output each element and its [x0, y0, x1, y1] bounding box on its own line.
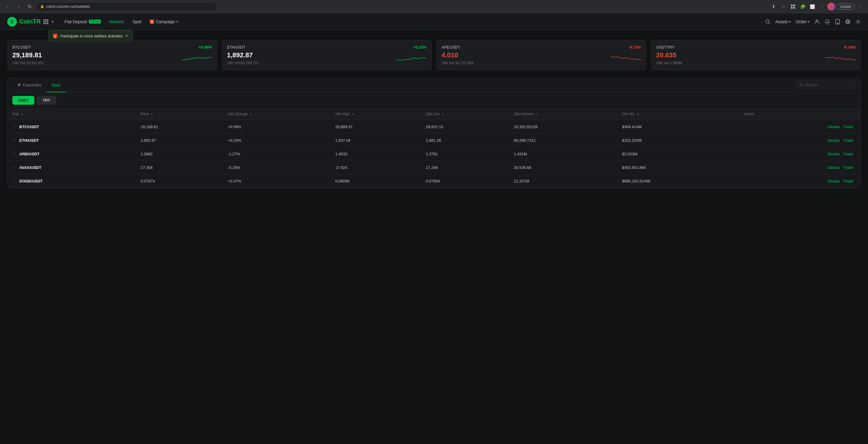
extension-icon-2[interactable]: 🧩 [798, 2, 807, 11]
logo-area: C CoinTR ▾ [7, 17, 54, 27]
main-content: BTCUSDT +0.58% 29,189.81 24H Vol 10,352.… [0, 30, 868, 193]
favorite-star-3[interactable]: ☆ [12, 165, 16, 170]
update-button[interactable]: Update [836, 4, 855, 10]
high-sort-icon[interactable] [352, 113, 354, 115]
bookmark-icon[interactable]: ☆ [779, 2, 787, 11]
tab-favorites[interactable]: ★ Favorites [12, 78, 46, 92]
language-icon-btn[interactable] [845, 19, 850, 24]
back-button[interactable]: ← [4, 2, 12, 11]
profile-avatar[interactable] [827, 3, 835, 10]
svg-rect-6 [47, 19, 48, 21]
trade-btn-1[interactable]: Trade [843, 138, 853, 143]
td-amount-2: 1.431M [509, 147, 617, 161]
trade-btn-4[interactable]: Trade [843, 179, 853, 183]
share-icon[interactable]: ⬆ [770, 2, 778, 11]
td-change-3: -0.26% [223, 161, 330, 174]
extension-icon-3[interactable]: ⬜ [808, 2, 816, 11]
market-card-eth[interactable]: ETHUSDT +0.23% 1,892.87 24H Vol 80,268.7… [222, 40, 432, 70]
market-cards-grid: BTCUSDT +0.58% 29,189.81 24H Vol 10,352.… [7, 40, 861, 70]
vol-sort-icon[interactable] [637, 113, 639, 115]
amount-sort-icon[interactable] [535, 113, 537, 115]
th-vol: 24h Vol. [617, 108, 739, 120]
pair-sort-icon[interactable] [21, 113, 23, 115]
td-change-0: +0.58% [223, 120, 330, 134]
svg-point-13 [766, 20, 769, 23]
details-btn-2[interactable]: Details [828, 152, 840, 156]
eth-sparkline [396, 52, 427, 64]
table-row: ☆ ARB/USDT 1.3882 -1.27% 1.4533 1.3791 1… [7, 147, 861, 161]
pair-name-0: BTC/USDT [19, 125, 39, 129]
card-pair-ape: APEUSDT [441, 45, 460, 50]
details-btn-1[interactable]: Details [828, 138, 840, 143]
td-amount-3: 20,536.68 [509, 161, 617, 174]
favorite-star-0[interactable]: ☆ [12, 124, 16, 129]
table-row: ☆ ETH/USDT 1,892.87 +0.23% 1,937.04 1,88… [7, 134, 861, 147]
lock-icon: 🔒 [40, 4, 44, 8]
bell-icon-btn[interactable] [825, 19, 830, 24]
menu-icon[interactable]: ⋮ [818, 2, 826, 11]
table-row: ☆ DOGE/USDT 0.07974 +0.37% 0.08099 0.079… [7, 174, 861, 188]
svg-rect-8 [45, 21, 46, 22]
gift-icon: 🎁 [53, 33, 58, 38]
user-icon-btn[interactable] [814, 19, 820, 24]
search-input[interactable] [805, 83, 852, 87]
details-btn-3[interactable]: Details [828, 165, 840, 170]
ape-sparkline [611, 52, 641, 64]
apps-grid-icon[interactable] [43, 19, 49, 24]
th-action: Action [739, 108, 861, 120]
search-icon-btn[interactable] [765, 19, 770, 24]
chrome-menu-icon[interactable]: ⋮ [856, 2, 864, 11]
details-btn-0[interactable]: Details [828, 125, 840, 129]
favorite-star-1[interactable]: ☆ [12, 138, 16, 143]
svg-rect-2 [791, 7, 793, 9]
td-change-1: +0.23% [223, 134, 330, 147]
svg-point-17 [837, 23, 838, 24]
market-card-ape[interactable]: APEUSDT -0.72% 4.010 24H Vol 50,722.689 [436, 40, 646, 70]
td-price-3: 17.368 [136, 161, 223, 174]
td-low-1: 1,881.36 [421, 134, 509, 147]
logo-icon: C [7, 17, 17, 27]
details-btn-4[interactable]: Details [828, 179, 840, 183]
td-action-1: Details Trade [739, 134, 861, 147]
nav-fiat-deposit[interactable]: Fiat Deposit 0 Free [61, 18, 104, 26]
nav-assets-btn[interactable]: Assets ▾ [775, 19, 791, 24]
browser-chrome: ← → ↻ 🔒 cointr.com/en-us/markets ⬆ ☆ 🧩 ⬜… [0, 0, 868, 13]
forward-button[interactable]: → [14, 2, 23, 11]
favorite-star-4[interactable]: ☆ [12, 179, 16, 183]
svg-point-22 [800, 84, 802, 86]
svg-rect-9 [47, 21, 48, 22]
trade-btn-3[interactable]: Trade [843, 165, 853, 170]
svg-rect-7 [43, 21, 44, 22]
price-sort-icon[interactable] [151, 113, 153, 115]
td-high-0: 29,889.97 [330, 120, 421, 134]
td-low-2: 1.3791 [421, 147, 509, 161]
search-wrapper[interactable] [795, 81, 856, 89]
low-sort-icon[interactable] [442, 113, 444, 115]
tab-spot[interactable]: Spot [46, 78, 65, 92]
extension-icon-1[interactable] [789, 2, 797, 11]
nav-campaign[interactable]: N Campaign ▾ [146, 18, 182, 26]
change-sort-icon[interactable] [250, 113, 252, 115]
card-header-eth: ETHUSDT +0.23% [227, 45, 427, 50]
nav-markets[interactable]: Markets [105, 18, 128, 26]
td-pair-2: ☆ ARB/USDT [7, 147, 136, 161]
trade-btn-0[interactable]: Trade [843, 125, 853, 129]
tablet-icon-btn[interactable] [835, 19, 840, 24]
filter-try-btn[interactable]: TRY [37, 96, 56, 105]
trade-btn-2[interactable]: Trade [843, 152, 853, 156]
settings-icon-btn[interactable] [855, 19, 861, 24]
td-change-4: +0.37% [223, 174, 330, 188]
market-card-btc[interactable]: BTCUSDT +0.58% 29,189.81 24H Vol 10,352.… [7, 40, 217, 70]
favorite-star-2[interactable]: ☆ [12, 151, 16, 156]
td-pair-0: ☆ BTC/USDT [7, 120, 136, 134]
market-card-usdttry[interactable]: USDTTRY -0.14% 20.635 24H Vol 1.996M [651, 40, 861, 70]
reload-button[interactable]: ↻ [25, 2, 34, 11]
welfare-close-button[interactable]: ✕ [125, 33, 129, 38]
address-bar[interactable]: 🔒 cointr.com/en-us/markets [36, 2, 217, 11]
nav-spot[interactable]: Spot [129, 18, 145, 26]
svg-point-21 [858, 21, 859, 22]
star-tab-icon: ★ [17, 82, 21, 87]
nav-order-btn[interactable]: Order ▾ [796, 19, 809, 24]
card-pair-btc: BTCUSDT [12, 45, 31, 50]
filter-usdt-btn[interactable]: USDT [12, 96, 34, 105]
